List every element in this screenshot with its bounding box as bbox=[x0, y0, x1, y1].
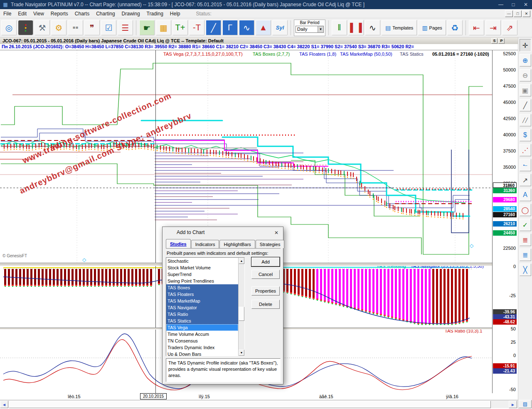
zoom-out-icon[interactable]: ⊖ bbox=[520, 69, 531, 81]
menu-item-edit[interactable]: Edit bbox=[15, 10, 30, 18]
line-chart-icon[interactable]: ╱ bbox=[206, 20, 221, 35]
scroll-left-button[interactable]: ◄ bbox=[0, 401, 8, 408]
multi-trendline-icon[interactable]: ╱╱ bbox=[520, 114, 531, 126]
remove-study-icon[interactable]: -T bbox=[189, 20, 204, 35]
zigzag-icon[interactable]: ∿ bbox=[365, 20, 380, 35]
dialog-title: Add to Chart bbox=[163, 227, 283, 238]
step-chart-icon[interactable]: Γ bbox=[222, 20, 238, 35]
tab-highlightbars[interactable]: HighlightBars bbox=[219, 240, 255, 248]
study-list-item[interactable]: TAS Ratio bbox=[166, 311, 238, 318]
arrow-tool-icon[interactable]: ↗ bbox=[520, 174, 531, 186]
snapshot-icon[interactable]: ▣ bbox=[520, 84, 531, 96]
close-button[interactable]: ✕ bbox=[520, 0, 532, 9]
study-list-item[interactable]: TAS Statics bbox=[166, 318, 238, 324]
trade-navigator-window: ▦ Trade Navigator PLATINUM v7.0 -- Chart… bbox=[0, 0, 532, 409]
axis-label: 50 bbox=[511, 326, 516, 331]
study-list-item[interactable]: SuperTrend bbox=[166, 271, 238, 278]
list-scrollbar[interactable]: ▲ ▼ bbox=[238, 258, 244, 356]
refresh-icon[interactable]: ♻ bbox=[447, 20, 463, 35]
profile-red-icon[interactable]: ≣ bbox=[520, 234, 531, 246]
tools-icon[interactable]: ⚒ bbox=[34, 20, 50, 35]
fib-retracement-icon[interactable]: $ bbox=[520, 129, 531, 141]
scale-button[interactable]: S bbox=[491, 38, 498, 44]
highlight-bars-icon[interactable]: ▦ bbox=[156, 20, 171, 35]
cross-lines-icon[interactable]: ╳ bbox=[520, 264, 531, 276]
volume-bars-icon[interactable]: ▌▐ bbox=[348, 20, 364, 35]
menu-item-trading[interactable]: Trading bbox=[143, 10, 167, 18]
study-list-item[interactable]: TAS MarketMap bbox=[166, 298, 238, 304]
horizontal-scrollbar[interactable]: ◄ ► bbox=[0, 400, 518, 408]
properties-button[interactable]: Properties bbox=[251, 286, 280, 296]
menu-item-reports[interactable]: Reports bbox=[47, 10, 71, 18]
dialog-close-icon[interactable]: ✕ bbox=[273, 229, 280, 236]
study-list-item[interactable]: Traders Dynamic Index bbox=[166, 344, 238, 351]
study-list-item[interactable]: TAS Vega bbox=[166, 324, 238, 331]
study-list-item[interactable]: TAS Floaters bbox=[166, 291, 238, 298]
text-tool-icon[interactable]: A bbox=[520, 189, 531, 201]
add-button[interactable]: Add bbox=[251, 257, 280, 266]
ladder-icon[interactable]: ☰ bbox=[118, 20, 133, 35]
traffic-light-icon[interactable]: ● bbox=[18, 20, 33, 35]
quotes-icon[interactable]: ❞ bbox=[84, 20, 100, 35]
study-list-item[interactable]: TN Consensus bbox=[166, 338, 238, 344]
menu-item-view[interactable]: View bbox=[30, 10, 47, 18]
tab-studies[interactable]: Studies bbox=[166, 239, 191, 248]
axis-label: -50 bbox=[509, 387, 516, 392]
go-last-bar-icon[interactable]: ⇗ bbox=[502, 20, 517, 35]
pages-button[interactable]: ▥Pages bbox=[418, 20, 446, 35]
settings-gear-icon[interactable]: ⚙ bbox=[51, 20, 66, 35]
mountain-chart-icon[interactable]: ▲ bbox=[256, 20, 271, 35]
menu-item-help[interactable]: Help bbox=[167, 10, 184, 18]
bar-period-select[interactable]: Daily▾ bbox=[296, 26, 324, 33]
menu-item-charting[interactable]: Charting bbox=[93, 10, 118, 18]
study-list-item[interactable]: Up & Down Bars bbox=[166, 351, 238, 356]
study-list-item[interactable]: Stochastic bbox=[166, 258, 238, 264]
profile-blue-icon[interactable]: ≣ bbox=[520, 249, 531, 261]
tab-indicators[interactable]: Indicators bbox=[191, 240, 219, 248]
menu-item-charts[interactable]: Charts bbox=[71, 10, 93, 18]
maximize-button[interactable]: □ bbox=[507, 0, 520, 9]
mini-bars-icon[interactable]: ▪▪ bbox=[68, 20, 83, 35]
axis-label: 22500 bbox=[503, 246, 516, 251]
list-scroll-down-icon[interactable]: ▼ bbox=[239, 350, 244, 356]
trendline-icon[interactable]: ╱ bbox=[520, 99, 531, 111]
point-line-icon[interactable]: •– bbox=[520, 159, 531, 171]
shift-right-icon[interactable]: ⇥ bbox=[485, 20, 501, 35]
mdi-minimize-button[interactable]: — bbox=[505, 10, 513, 17]
wave-chart-icon[interactable]: ∿ bbox=[239, 20, 254, 35]
delete-button[interactable]: Delete bbox=[251, 300, 280, 309]
scroll-right-button[interactable]: ► bbox=[509, 401, 517, 408]
add-study-icon[interactable]: T+ bbox=[172, 20, 188, 35]
zoom-in-icon[interactable]: ⊕ bbox=[520, 54, 531, 67]
cancel-button[interactable]: Cancel bbox=[251, 270, 280, 279]
scrollbar-thumb[interactable] bbox=[9, 401, 491, 408]
mdi-close-button[interactable]: ✕ bbox=[522, 10, 530, 17]
checklist-icon[interactable]: ☑ bbox=[101, 20, 116, 35]
pan-tool-icon[interactable]: ✛ bbox=[520, 39, 531, 52]
regression-icon[interactable]: ⋰ bbox=[520, 144, 531, 156]
study-list-item[interactable]: TAS Navigator bbox=[166, 304, 238, 311]
study-list-item[interactable]: Swing Point Trendlines bbox=[166, 278, 238, 284]
menubar: FileEditViewReportsChartsChartingDrawing… bbox=[0, 9, 532, 18]
pointer-hand-icon[interactable]: ☛ bbox=[139, 20, 155, 35]
study-list-item[interactable]: Time Volume Accum bbox=[166, 331, 238, 338]
properties-button[interactable]: P bbox=[498, 38, 505, 44]
shift-left-icon[interactable]: ⇤ bbox=[469, 20, 484, 35]
menu-item-file[interactable]: File bbox=[0, 10, 15, 18]
tab-strategies[interactable]: Strategies bbox=[256, 240, 285, 248]
buy-sell-bars-icon[interactable]: ‖ bbox=[332, 20, 347, 35]
menu-item-drawing[interactable]: Drawing bbox=[118, 10, 143, 18]
list-scroll-up-icon[interactable]: ▲ bbox=[239, 258, 244, 264]
check-tool-icon[interactable]: ✓ bbox=[520, 219, 531, 231]
study-list-item[interactable]: Stock Market Volume bbox=[166, 264, 238, 271]
scroll-corner-button[interactable]: ▨ bbox=[519, 400, 532, 408]
minimize-button[interactable]: — bbox=[495, 0, 507, 9]
study-list-item[interactable]: TAS Boxes bbox=[166, 284, 238, 291]
ellipse-tool-icon[interactable]: ◯ bbox=[520, 204, 531, 216]
list-scroll-thumb[interactable] bbox=[239, 307, 244, 321]
price-axis[interactable]: 5250050000475004500042500400003750035000… bbox=[493, 50, 518, 400]
mdi-restore-button[interactable]: □ bbox=[514, 10, 522, 17]
symbol-lookup-icon[interactable]: Syl bbox=[272, 20, 288, 35]
new-chart-icon[interactable]: ◎ bbox=[1, 20, 17, 35]
templates-button[interactable]: ▤Templates bbox=[382, 20, 417, 35]
